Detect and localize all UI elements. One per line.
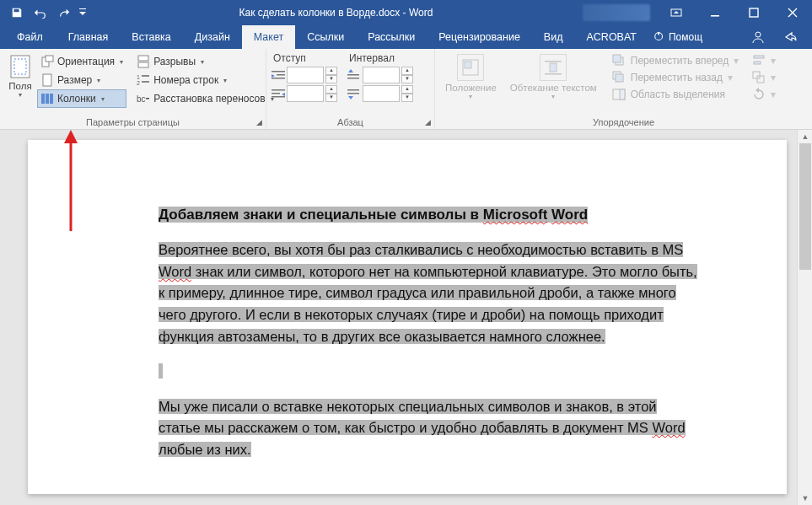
vertical-scrollbar[interactable]: ▲ ▼ <box>797 130 812 505</box>
position-icon <box>457 54 484 81</box>
svg-rect-15 <box>138 62 148 67</box>
indent-right-icon <box>272 87 285 100</box>
svg-text:bc: bc <box>137 94 146 104</box>
svg-rect-40 <box>616 74 623 82</box>
svg-rect-38 <box>613 55 621 62</box>
tab-home[interactable]: Главная <box>56 25 121 49</box>
tell-me-button[interactable]: Помощ <box>653 25 702 49</box>
bring-forward-label: Переместить вперед <box>631 55 729 67</box>
tab-references[interactable]: Ссылки <box>295 25 356 49</box>
ribbon: Поля ▾ Ориентация▾ Размер▾ Колонки▾ <box>0 49 812 130</box>
margins-label: Поля <box>8 81 31 91</box>
scroll-thumb[interactable] <box>799 143 811 270</box>
send-backward-button[interactable]: Переместить назад▾ <box>609 69 742 86</box>
size-label: Размер <box>57 74 92 86</box>
margins-button[interactable]: Поля ▾ <box>5 52 35 108</box>
tab-mailings[interactable]: Рассылки <box>356 25 427 49</box>
position-button[interactable]: Положение ▾ <box>440 52 502 103</box>
paragraph-2[interactable]: Мы уже писали о вставке некоторых специа… <box>159 396 698 461</box>
group-paragraph: Отступ ▲▼ ▲▼ Интервал ▲▼ <box>266 49 435 129</box>
svg-rect-6 <box>11 56 30 78</box>
tell-me-label: Помощ <box>669 31 702 43</box>
svg-rect-25 <box>272 89 285 91</box>
bring-forward-button[interactable]: Переместить вперед▾ <box>609 52 742 69</box>
tab-acrobat[interactable]: ACROBAT <box>574 25 648 49</box>
indent-left-spinner[interactable]: ▲▼ <box>272 66 337 84</box>
hyphenation-icon: bc <box>137 92 150 105</box>
send-backward-label: Переместить назад <box>631 72 723 83</box>
scroll-down-button[interactable]: ▼ <box>798 492 812 505</box>
position-label: Положение <box>445 83 497 93</box>
selection-pane-button[interactable]: Область выделения <box>609 86 742 103</box>
line-numbers-button[interactable]: 12 Номера строк▾ <box>133 71 277 89</box>
page-size-icon <box>40 73 54 87</box>
tab-insert[interactable]: Вставка <box>120 25 182 49</box>
share-icon[interactable] <box>783 30 797 44</box>
group-label-paragraph: Абзац <box>266 117 434 127</box>
columns-label: Колонки <box>57 93 96 105</box>
hyphenation-button[interactable]: bc Расстановка переносов▾ <box>133 89 277 108</box>
ribbon-options-button[interactable] <box>657 0 696 25</box>
spacing-after-spinner[interactable]: ▲▼ <box>347 84 413 103</box>
spacing-after-icon <box>347 87 361 100</box>
rotate-button[interactable]: ▾ <box>749 86 779 103</box>
spacing-before-spinner[interactable]: ▲▼ <box>347 66 413 84</box>
breaks-label: Разрывы <box>153 56 196 67</box>
svg-rect-14 <box>138 56 148 61</box>
tab-file[interactable]: Файл <box>5 25 56 49</box>
minimize-button[interactable] <box>696 0 734 25</box>
tab-review[interactable]: Рецензирование <box>427 25 532 49</box>
indent-right-spinner[interactable]: ▲▼ <box>272 84 337 103</box>
chevron-down-icon: ▾ <box>19 91 22 99</box>
svg-rect-21 <box>146 98 149 99</box>
breaks-button[interactable]: Разрывы▾ <box>133 52 277 71</box>
undo-button[interactable] <box>29 0 52 25</box>
spacing-before-icon <box>347 68 361 82</box>
svg-rect-28 <box>347 74 359 76</box>
columns-button[interactable]: Колонки▾ <box>37 89 126 108</box>
maximize-button[interactable] <box>734 0 773 25</box>
indent-left-input[interactable] <box>287 67 324 83</box>
tab-design[interactable]: Дизайн <box>183 25 242 49</box>
paragraph-blank[interactable] <box>159 361 698 383</box>
tab-layout[interactable]: Макет <box>242 25 295 49</box>
spacing-after-input[interactable] <box>363 85 400 102</box>
indent-right-input[interactable] <box>287 85 324 102</box>
svg-rect-42 <box>620 89 625 99</box>
page[interactable]: Добавляем знаки и специальные символы в … <box>28 140 787 494</box>
group-page-setup: Поля ▾ Ориентация▾ Размер▾ Колонки▾ <box>0 49 266 129</box>
svg-rect-22 <box>272 71 285 73</box>
paragraph-launcher[interactable]: ◢ <box>425 118 431 126</box>
line-numbers-icon: 12 <box>137 73 150 87</box>
svg-rect-4 <box>658 32 659 35</box>
indent-left-icon <box>272 68 285 82</box>
scroll-up-button[interactable]: ▲ <box>798 130 812 143</box>
document-area: Добавляем знаки и специальные символы в … <box>0 130 812 505</box>
document-heading[interactable]: Добавляем знаки и специальные символы в … <box>159 204 698 226</box>
page-content[interactable]: Добавляем знаки и специальные символы в … <box>159 204 698 474</box>
line-numbers-label: Номера строк <box>153 74 218 86</box>
paragraph-1[interactable]: Вероятнее всего, вы хотя бы раз сталкива… <box>159 239 698 347</box>
account-icon[interactable] <box>751 30 765 44</box>
window-title: Как сделать колонки в Ворде.docx - Word <box>89 7 583 19</box>
svg-rect-1 <box>711 15 719 17</box>
wrap-text-button[interactable]: Обтекание текстом ▾ <box>505 52 602 103</box>
selection-pane-label: Область выделения <box>631 89 725 100</box>
svg-point-5 <box>756 32 761 37</box>
close-button[interactable] <box>773 0 812 25</box>
orientation-button[interactable]: Ориентация▾ <box>37 52 126 71</box>
redo-button[interactable] <box>52 0 76 25</box>
user-account-area[interactable] <box>583 4 650 21</box>
qat-customize-button[interactable] <box>76 0 89 25</box>
svg-rect-27 <box>272 96 285 98</box>
group-objects-button[interactable]: ▾ <box>749 69 779 86</box>
quick-access-toolbar <box>0 0 89 25</box>
save-button[interactable] <box>5 0 29 25</box>
spacing-before-input[interactable] <box>363 67 400 83</box>
indent-label: Отступ <box>272 52 337 66</box>
size-button[interactable]: Размер▾ <box>37 71 126 89</box>
tab-view[interactable]: Вид <box>532 25 575 49</box>
align-button[interactable]: ▾ <box>749 52 779 69</box>
group-icon <box>752 71 766 84</box>
page-setup-launcher[interactable]: ◢ <box>256 118 262 126</box>
